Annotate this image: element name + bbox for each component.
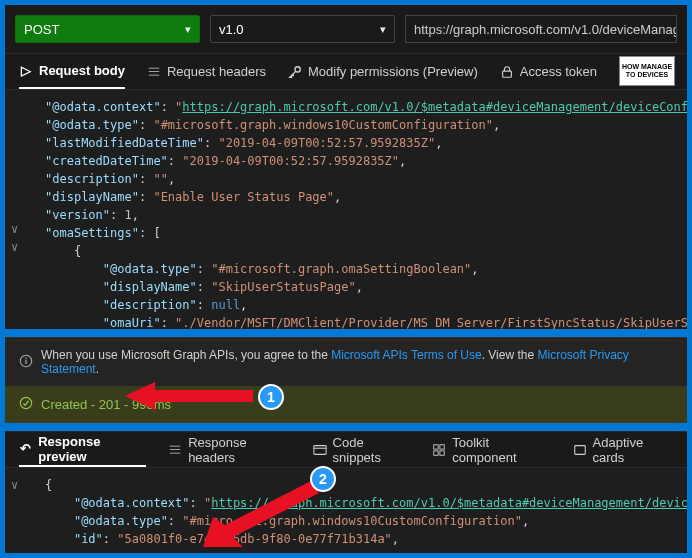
- tab-label: Request headers: [167, 64, 266, 79]
- tab-label: Code snippets: [333, 435, 411, 465]
- tab-label: Adaptive cards: [593, 435, 673, 465]
- tab-toolkit-component[interactable]: Toolkit component: [432, 432, 550, 467]
- svg-rect-4: [25, 357, 26, 358]
- success-icon: [19, 396, 33, 413]
- status-text: Created - 201 - 993ms: [41, 397, 171, 412]
- svg-rect-9: [434, 450, 438, 454]
- svg-rect-7: [434, 444, 438, 448]
- tab-response-preview[interactable]: ↶ Response preview: [19, 432, 146, 467]
- list-icon: [147, 65, 161, 79]
- api-version-select[interactable]: v1.0 ▾: [210, 15, 395, 43]
- http-method-value: POST: [24, 22, 59, 37]
- key-icon: [288, 65, 302, 79]
- chevron-down-icon: ▾: [380, 23, 386, 36]
- chevron-down-icon: ▾: [185, 23, 191, 36]
- caret-right-icon: ▷: [19, 64, 33, 78]
- fold-chevron-icon[interactable]: ∨: [11, 476, 18, 494]
- info-icon: [19, 354, 33, 371]
- query-bar: POST ▾ v1.0 ▾ https://graph.microsoft.co…: [5, 5, 687, 53]
- svg-rect-10: [440, 450, 444, 454]
- code-icon: [313, 443, 327, 457]
- request-tabs: ▷ Request body Request headers Modify pe…: [5, 53, 687, 89]
- notice-text: When you use Microsoft Graph APIs, you a…: [41, 348, 331, 362]
- tab-label: Response headers: [188, 435, 290, 465]
- howtomanage-logo: HOW MANAGE TO DEVICES: [619, 56, 675, 86]
- request-body-editor[interactable]: ∨ ∨ "@odata.context": "https://graph.mic…: [5, 89, 687, 329]
- svg-rect-3: [25, 359, 26, 363]
- tab-label: Modify permissions (Preview): [308, 64, 478, 79]
- http-method-select[interactable]: POST ▾: [15, 15, 200, 43]
- fold-chevron-icon[interactable]: ∨: [11, 238, 18, 256]
- tab-label: Access token: [520, 64, 597, 79]
- svg-rect-6: [313, 445, 325, 454]
- svg-point-5: [20, 397, 31, 408]
- api-version-value: v1.0: [219, 22, 244, 37]
- response-json: { "@odata.context": "https:// aph.micros…: [45, 476, 687, 548]
- undo-icon: ↶: [19, 442, 32, 456]
- divider: [5, 329, 687, 337]
- card-icon: [573, 443, 587, 457]
- tab-request-body[interactable]: ▷ Request body: [19, 54, 125, 89]
- request-url-input[interactable]: https://graph.microsoft.com/v1.0/deviceM…: [405, 15, 677, 43]
- svg-rect-1: [502, 71, 511, 77]
- tab-access-token[interactable]: Access token: [500, 54, 597, 89]
- tab-label: Toolkit component: [452, 435, 550, 465]
- response-preview-viewer[interactable]: ∨ { "@odata.context": "https:// aph.micr…: [5, 467, 687, 553]
- request-url-value: https://graph.microsoft.com/v1.0/deviceM…: [414, 22, 677, 37]
- terms-notice: When you use Microsoft Graph APIs, you a…: [5, 337, 687, 386]
- tab-adaptive-cards[interactable]: Adaptive cards: [573, 432, 673, 467]
- tab-modify-permissions[interactable]: Modify permissions (Preview): [288, 54, 478, 89]
- divider: [5, 423, 687, 431]
- tab-code-snippets[interactable]: Code snippets: [313, 432, 411, 467]
- terms-link[interactable]: Microsoft APIs Terms of Use: [331, 348, 482, 362]
- svg-rect-8: [440, 444, 444, 448]
- tab-label: Request body: [39, 63, 125, 78]
- svg-rect-11: [574, 445, 585, 454]
- toolkit-icon: [432, 443, 446, 457]
- response-tabs: ↶ Response preview Response headers Code…: [5, 431, 687, 467]
- request-json: "@odata.context": "https://graph.microso…: [45, 98, 687, 329]
- tab-label: Response preview: [38, 434, 146, 464]
- response-status-bar: Created - 201 - 993ms: [5, 386, 687, 423]
- tab-response-headers[interactable]: Response headers: [168, 432, 290, 467]
- fold-chevron-icon[interactable]: ∨: [11, 220, 18, 238]
- tab-request-headers[interactable]: Request headers: [147, 54, 266, 89]
- list-icon: [168, 443, 182, 457]
- lock-icon: [500, 65, 514, 79]
